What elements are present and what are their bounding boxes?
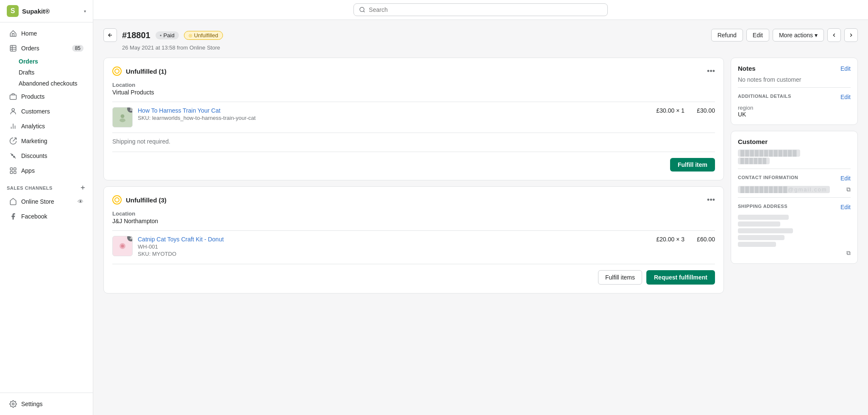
sidebar-item-facebook[interactable]: Facebook [3, 209, 90, 224]
request-fulfillment-button[interactable]: Request fulfillment [646, 270, 715, 285]
sidebar-item-orders[interactable]: Orders 85 [3, 41, 90, 55]
fulfillment-2-footer-btns: Fulfill items Request fulfillment [598, 270, 715, 285]
product-1-sku: SKU: learnworlds_how-to-harness-train-yo… [138, 115, 651, 121]
sidebar-item-apps[interactable]: Apps [3, 163, 90, 178]
sidebar-item-facebook-label: Facebook [21, 213, 47, 220]
edit-button[interactable]: Edit [746, 29, 769, 42]
brand-chevron-icon[interactable]: ▾ [84, 9, 86, 14]
copy-address-icon[interactable]: ⧉ [846, 249, 851, 257]
product-1-name-link[interactable]: How To Harness Train Your Cat [138, 107, 220, 114]
fulfillment-2-title: Unfulfilled (3) [126, 196, 167, 204]
next-order-button[interactable] [844, 28, 858, 42]
contact-info-label: CONTACT INFORMATION [738, 175, 798, 180]
sidebar-subitem-drafts[interactable]: Drafts [19, 67, 93, 78]
shipping-address [738, 215, 851, 247]
sales-channels-section: SALES CHANNELS ＋ [0, 178, 93, 194]
notes-edit-link[interactable]: Edit [840, 65, 851, 72]
svg-point-10 [121, 114, 125, 118]
product-row-2: 3 Catnip Cat Toys Craft Kit - Donut WH-0… [112, 230, 715, 262]
fulfill-item-button[interactable]: Fulfill item [670, 158, 715, 172]
app-logo: S [7, 5, 19, 17]
sidebar-subitem-abandoned[interactable]: Abandoned checkouts [19, 78, 93, 89]
copy-email-icon[interactable]: ⧉ [846, 186, 851, 193]
notes-divider [738, 87, 851, 88]
prev-order-button[interactable] [827, 28, 841, 42]
sidebar-item-marketing[interactable]: Marketing [3, 134, 90, 148]
sidebar-item-home-label: Home [21, 30, 37, 37]
svg-rect-7 [14, 172, 16, 174]
svg-point-11 [120, 119, 125, 122]
notes-card: Notes Edit No notes from customer ADDITI… [731, 58, 858, 125]
customer-name[interactable]: ████████████ [738, 149, 851, 157]
fulfillment-1-location: Virtual Products [112, 89, 715, 96]
sidebar-item-online-store[interactable]: Online Store 👁 [3, 194, 90, 209]
additional-details-edit-link[interactable]: Edit [840, 94, 851, 100]
fulfillment-2-location-label: Location [112, 210, 715, 217]
sidebar-header: S Supakit® ▾ [0, 0, 93, 22]
main-nav: Home Orders 85 Orders Drafts Abandoned c… [0, 22, 93, 393]
fulfillment-1-title: Unfulfilled (1) [126, 68, 167, 75]
fulfillment-1-menu-icon[interactable]: ••• [707, 67, 715, 75]
sidebar-item-analytics[interactable]: Analytics [3, 119, 90, 133]
product-2-info: Catnip Cat Toys Craft Kit - Donut WH-001… [138, 236, 651, 257]
fulfill-items-button[interactable]: Fulfill items [598, 270, 642, 285]
fulfillment-2-header: Unfulfilled (3) ••• [112, 195, 715, 205]
contact-edit-link[interactable]: Edit [840, 175, 851, 182]
customer-name-blurred: ████████████ [738, 149, 800, 157]
notes-empty-msg: No notes from customer [738, 76, 851, 83]
svg-rect-0 [10, 45, 16, 51]
more-actions-chevron-icon: ▾ [815, 32, 818, 39]
sidebar-item-online-store-label: Online Store [21, 198, 54, 205]
address-line-2 [738, 221, 780, 227]
sidebar-subitem-orders[interactable]: Orders [19, 56, 93, 67]
sidebar-item-settings[interactable]: Settings [3, 397, 90, 411]
product-2-sku-wh: WH-001 [138, 243, 651, 250]
sidebar-item-home[interactable]: Home [3, 26, 90, 41]
product-2-name-link[interactable]: Catnip Cat Toys Craft Kit - Donut [138, 236, 224, 243]
order-number: #18801 [122, 30, 150, 40]
order-right-sidebar: Notes Edit No notes from customer ADDITI… [731, 58, 858, 293]
sidebar-item-customers-label: Customers [21, 108, 50, 115]
sidebar-item-products[interactable]: Products [3, 89, 90, 104]
back-button[interactable] [103, 28, 117, 42]
marketing-icon [9, 137, 17, 145]
search-input[interactable] [369, 6, 602, 13]
customer-orders: ██████ [738, 158, 851, 164]
svg-point-8 [12, 403, 14, 405]
order-date: 26 May 2021 at 13:58 from Online Store [122, 44, 858, 51]
sidebar: S Supakit® ▾ Home Orders 85 Orders Dr [0, 0, 93, 415]
product-2-price-qty: £20.00 × 3 [656, 236, 684, 243]
shipping-edit-link[interactable]: Edit [840, 204, 851, 210]
topbar [93, 0, 868, 20]
orders-badge: 85 [72, 45, 83, 52]
fulfillment-card-2: Unfulfilled (3) ••• Location J&J Northam… [103, 186, 724, 293]
product-1-total: £30.00 [690, 107, 715, 114]
fulfillment-1-header: Unfulfilled (1) ••• [112, 66, 715, 76]
refund-button[interactable]: Refund [711, 29, 743, 42]
shipping-divider [738, 197, 851, 198]
more-actions-button[interactable]: More actions ▾ [773, 29, 824, 42]
unfulfilled-icon-2 [112, 195, 122, 205]
sidebar-item-products-label: Products [21, 93, 45, 100]
search-icon [359, 6, 365, 13]
fulfillment-2-menu-icon[interactable]: ••• [707, 196, 715, 204]
fulfillment-1-location-label: Location [112, 82, 715, 88]
facebook-icon [9, 213, 17, 220]
shipping-note-1: Shipping not required. [112, 133, 715, 150]
online-store-eye-icon[interactable]: 👁 [78, 198, 83, 205]
product-2-image: 3 [112, 236, 133, 256]
svg-rect-5 [14, 168, 16, 170]
sidebar-item-customers[interactable]: Customers [3, 104, 90, 119]
product-2-total: £60.00 [690, 236, 715, 243]
sidebar-item-apps-label: Apps [21, 167, 35, 174]
search-input-wrap[interactable] [353, 3, 608, 16]
sidebar-item-discounts[interactable]: Discounts [3, 149, 90, 163]
add-sales-channel-icon[interactable]: ＋ [79, 183, 86, 192]
address-line-1 [738, 215, 789, 220]
product-row-1: 1 How To Harness Train Your Cat SKU: lea… [112, 102, 715, 133]
sidebar-item-discounts-label: Discounts [21, 152, 47, 159]
customer-card-header: Customer [738, 138, 851, 145]
order-fulfillments: Unfulfilled (1) ••• Location Virtual Pro… [103, 58, 724, 293]
product-1-image: 1 [112, 107, 133, 127]
additional-details-label: ADDITIONAL DETAILS [738, 94, 791, 99]
